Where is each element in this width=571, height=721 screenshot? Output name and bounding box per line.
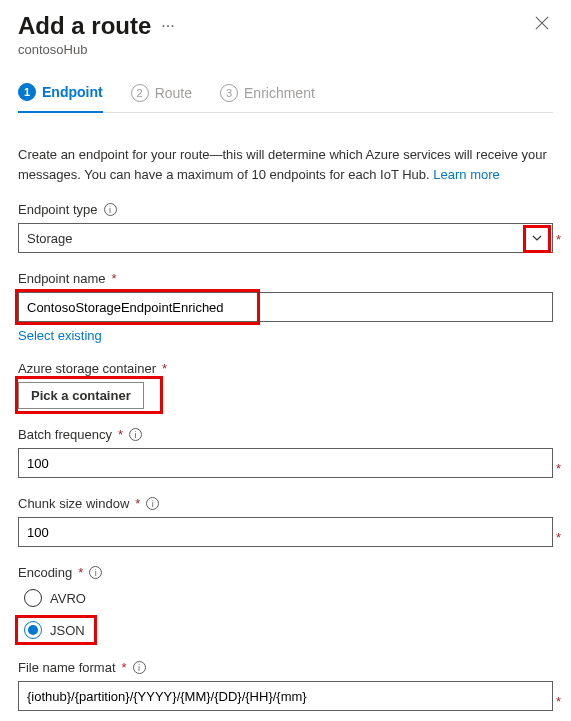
label-storage-container: Azure storage container [18, 361, 156, 376]
endpoint-name-input[interactable] [18, 292, 553, 322]
field-endpoint-name: Endpoint name * Select existing [18, 271, 553, 343]
tab-label: Enrichment [244, 85, 315, 101]
label-batch-frequency: Batch frequency [18, 427, 112, 442]
file-name-format-input[interactable] [18, 681, 553, 711]
pick-container-button[interactable]: Pick a container [18, 382, 144, 409]
encoding-radio-group: AVRO JSON [18, 586, 553, 642]
page-subtitle: contosoHub [18, 42, 531, 57]
radio-avro[interactable]: AVRO [18, 586, 86, 610]
field-file-name-format: File name format * i * [18, 660, 553, 711]
required-marker: * [162, 361, 167, 376]
required-marker: * [556, 530, 561, 545]
required-marker: * [122, 660, 127, 675]
radio-icon [24, 589, 42, 607]
step-number-icon: 2 [131, 84, 149, 102]
wizard-tabs: 1 Endpoint 2 Route 3 Enrichment [18, 75, 553, 113]
required-marker: * [78, 565, 83, 580]
batch-frequency-input[interactable] [18, 448, 553, 478]
required-marker: * [556, 694, 561, 709]
radio-icon [24, 621, 42, 639]
dropdown-value: Storage [27, 231, 73, 246]
tab-route[interactable]: 2 Route [131, 75, 192, 112]
info-icon[interactable]: i [146, 497, 159, 510]
learn-more-link[interactable]: Learn more [433, 167, 499, 182]
radio-json[interactable]: JSON [18, 618, 85, 642]
info-icon[interactable]: i [129, 428, 142, 441]
select-existing-link[interactable]: Select existing [18, 328, 102, 343]
label-file-name-format: File name format [18, 660, 116, 675]
endpoint-type-dropdown[interactable]: Storage [18, 223, 553, 253]
field-endpoint-type: Endpoint type i Storage * [18, 202, 553, 253]
radio-label: AVRO [50, 591, 86, 606]
title-block: Add a route ··· contosoHub [18, 12, 531, 57]
required-marker: * [135, 496, 140, 511]
page-title: Add a route [18, 12, 151, 40]
chevron-down-icon[interactable] [523, 225, 551, 253]
required-marker: * [118, 427, 123, 442]
intro-text: Create an endpoint for your route—this w… [18, 145, 553, 184]
label-chunk-size: Chunk size window [18, 496, 129, 511]
tab-label: Route [155, 85, 192, 101]
more-actions-icon[interactable]: ··· [161, 17, 174, 35]
field-storage-container: Azure storage container * Pick a contain… [18, 361, 553, 409]
step-number-icon: 3 [220, 84, 238, 102]
step-number-icon: 1 [18, 83, 36, 101]
field-batch-frequency: Batch frequency * i * [18, 427, 553, 478]
label-encoding: Encoding [18, 565, 72, 580]
panel-header: Add a route ··· contosoHub [18, 12, 553, 57]
required-marker: * [556, 232, 561, 247]
required-marker: * [111, 271, 116, 286]
required-marker: * [556, 461, 561, 476]
tab-endpoint[interactable]: 1 Endpoint [18, 75, 103, 113]
radio-label: JSON [50, 623, 85, 638]
close-button[interactable] [531, 12, 553, 38]
tab-label: Endpoint [42, 84, 103, 100]
info-icon[interactable]: i [133, 661, 146, 674]
field-encoding: Encoding * i AVRO JSON [18, 565, 553, 642]
info-icon[interactable]: i [104, 203, 117, 216]
chunk-size-input[interactable] [18, 517, 553, 547]
label-endpoint-type: Endpoint type [18, 202, 98, 217]
info-icon[interactable]: i [89, 566, 102, 579]
label-endpoint-name: Endpoint name [18, 271, 105, 286]
tab-enrichment[interactable]: 3 Enrichment [220, 75, 315, 112]
field-chunk-size: Chunk size window * i * [18, 496, 553, 547]
